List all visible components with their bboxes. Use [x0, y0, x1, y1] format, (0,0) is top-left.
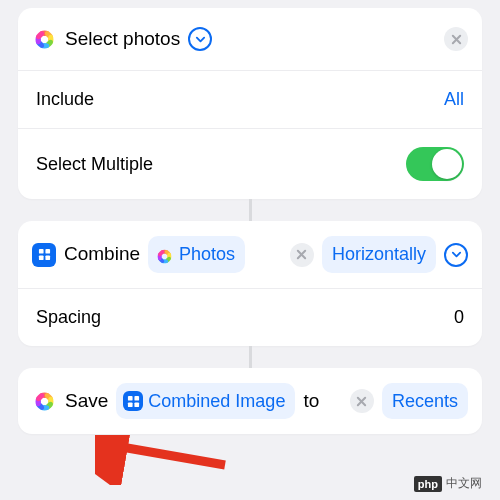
svg-rect-31 — [134, 402, 139, 407]
connector-line — [249, 199, 252, 221]
destination-pill[interactable]: Recents — [382, 383, 468, 420]
expand-chevron-icon[interactable] — [188, 27, 212, 51]
close-icon[interactable] — [444, 27, 468, 51]
include-label: Include — [36, 89, 94, 110]
card-header[interactable]: Combine Photos Horizontally — [18, 221, 482, 288]
svg-rect-8 — [38, 249, 43, 254]
select-multiple-toggle[interactable] — [406, 147, 464, 181]
watermark: php 中文网 — [414, 475, 482, 492]
combined-image-label: Combined Image — [148, 386, 285, 417]
photos-variable-pill[interactable]: Photos — [148, 236, 245, 273]
combined-image-variable-pill[interactable]: Combined Image — [116, 383, 295, 420]
connector-line — [249, 346, 252, 368]
svg-rect-9 — [45, 249, 50, 254]
photos-icon — [32, 27, 57, 52]
svg-rect-10 — [38, 256, 43, 261]
close-icon[interactable] — [350, 389, 374, 413]
action-card-select-photos: Select photos Include All Select Multipl… — [18, 8, 482, 199]
watermark-text: 中文网 — [446, 475, 482, 492]
combine-app-icon — [32, 243, 56, 267]
combine-app-icon — [123, 391, 143, 411]
combine-verb: Combine — [64, 238, 140, 270]
svg-line-32 — [110, 445, 225, 465]
watermark-logo: php — [414, 476, 442, 492]
annotation-arrow — [95, 435, 235, 485]
photos-icon — [32, 389, 57, 414]
select-multiple-label: Select Multiple — [36, 154, 153, 175]
close-icon[interactable] — [290, 243, 314, 267]
action-card-save: Save Combined Image to Recents — [18, 368, 482, 435]
to-label: to — [303, 385, 319, 417]
spacing-row[interactable]: Spacing 0 — [18, 288, 482, 346]
save-verb: Save — [65, 385, 108, 417]
include-row[interactable]: Include All — [18, 70, 482, 128]
photos-variable-label: Photos — [179, 239, 235, 270]
svg-rect-30 — [128, 402, 133, 407]
action-card-combine: Combine Photos Horizontally — [18, 221, 482, 346]
svg-rect-28 — [128, 396, 133, 401]
svg-rect-11 — [45, 256, 50, 261]
direction-pill[interactable]: Horizontally — [322, 236, 436, 273]
spacing-label: Spacing — [36, 307, 101, 328]
select-multiple-row: Select Multiple — [18, 128, 482, 199]
card-header[interactable]: Select photos — [18, 8, 482, 70]
card-header[interactable]: Save Combined Image to Recents — [18, 368, 482, 435]
action-title: Select photos — [65, 23, 180, 55]
spacing-value[interactable]: 0 — [454, 307, 464, 328]
include-value[interactable]: All — [444, 89, 464, 110]
svg-rect-29 — [134, 396, 139, 401]
photos-icon — [155, 245, 174, 264]
expand-chevron-icon[interactable] — [444, 243, 468, 267]
